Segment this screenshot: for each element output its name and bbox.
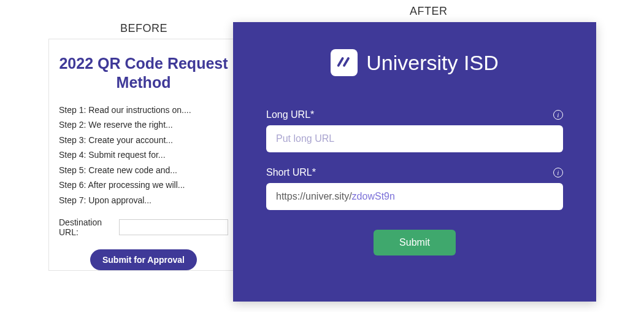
destination-url-input[interactable] xyxy=(119,219,228,235)
info-icon[interactable]: i xyxy=(553,110,563,120)
short-url-label: Short URL* xyxy=(266,167,316,178)
step-item: Step 3: Create your account... xyxy=(59,133,228,148)
brand-row: University ISD xyxy=(266,49,563,76)
before-title: 2022 QR Code Request Method xyxy=(59,54,228,93)
short-url-suffix: zdowSt9n xyxy=(352,191,395,202)
step-item: Step 1: Read our instructions on.... xyxy=(59,103,228,118)
brand-name: University ISD xyxy=(366,51,498,75)
before-card: 2022 QR Code Request Method Step 1: Read… xyxy=(48,39,239,271)
destination-row: Destination URL: xyxy=(59,217,228,237)
step-item: Step 2: We reserve the right... xyxy=(59,117,228,133)
step-item: Step 6: After processing we will... xyxy=(59,177,228,193)
after-card: University ISD Long URL* i Short URL* i … xyxy=(233,22,596,302)
submit-button[interactable]: Submit xyxy=(374,230,456,255)
long-url-input[interactable] xyxy=(266,125,563,152)
long-url-group: Long URL* i xyxy=(266,109,563,152)
brand-logo-icon xyxy=(331,49,358,76)
destination-label: Destination URL: xyxy=(59,217,115,237)
short-url-prefix: https://univer.sity/ xyxy=(276,191,352,202)
short-url-input[interactable]: https://univer.sity/zdowSt9n xyxy=(266,183,563,210)
info-icon[interactable]: i xyxy=(553,168,563,177)
submit-for-approval-button[interactable]: Submit for Approval xyxy=(90,249,197,270)
steps-list: Step 1: Read our instructions on.... Ste… xyxy=(59,103,228,208)
after-label: AFTER xyxy=(410,5,448,18)
short-url-group: Short URL* i https://univer.sity/zdowSt9… xyxy=(266,167,563,210)
before-label: BEFORE xyxy=(120,22,167,35)
step-item: Step 7: Upon approval... xyxy=(59,193,228,208)
step-item: Step 5: Create new code and... xyxy=(59,163,228,178)
step-item: Step 4: Submit request for... xyxy=(59,147,228,163)
long-url-label: Long URL* xyxy=(266,109,314,120)
